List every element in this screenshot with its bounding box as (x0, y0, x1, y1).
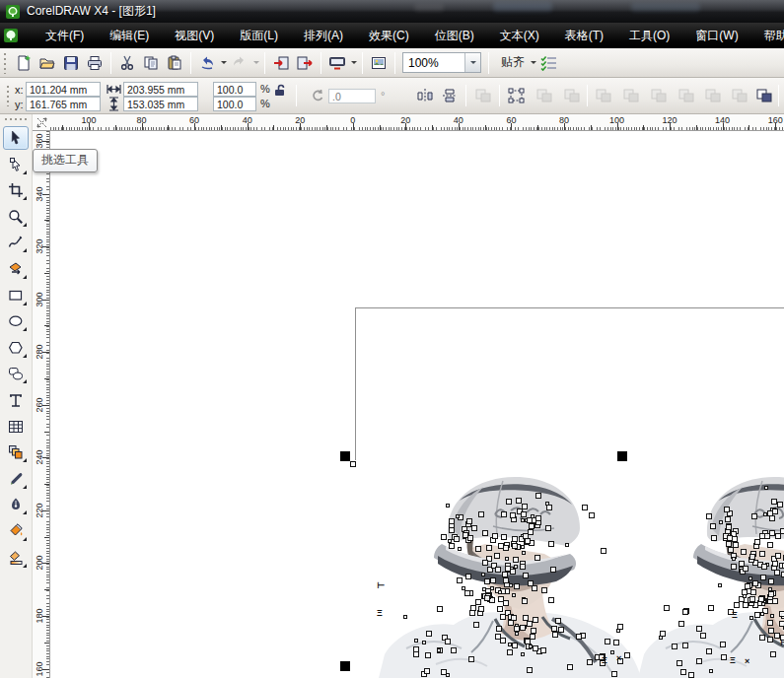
curve-node-marker[interactable] (759, 533, 765, 539)
curve-node-marker[interactable] (555, 618, 561, 624)
zoom-tool[interactable] (3, 205, 29, 229)
curve-node-marker[interactable] (484, 595, 490, 601)
curve-node-marker[interactable] (664, 605, 670, 611)
curve-node-marker[interactable] (576, 634, 582, 640)
curve-node-marker[interactable] (550, 567, 556, 573)
crop-tool[interactable] (3, 178, 29, 202)
curve-node-marker[interactable] (531, 628, 536, 634)
curve-node-marker[interactable] (731, 564, 737, 570)
curve-node-marker[interactable] (706, 648, 712, 654)
curve-node-marker[interactable] (770, 651, 776, 657)
interactive-fill-tool[interactable] (3, 546, 29, 570)
cut-button[interactable] (115, 51, 139, 75)
curve-node-marker[interactable] (527, 517, 533, 523)
curve-node-marker[interactable] (721, 654, 727, 660)
curve-node-marker[interactable] (743, 594, 747, 598)
polygon-tool[interactable] (3, 336, 29, 360)
curve-node-marker[interactable] (446, 673, 450, 677)
curve-node-marker[interactable] (512, 643, 518, 648)
curve-node-marker[interactable] (490, 577, 496, 583)
curve-node-marker[interactable] (754, 539, 760, 545)
object-width-field[interactable] (123, 82, 198, 97)
menu-item-12[interactable]: 帮助(H) (751, 24, 784, 48)
curve-node-marker[interactable] (725, 516, 731, 522)
menu-item-6[interactable]: 效果(C) (356, 24, 422, 48)
curve-node-marker[interactable] (506, 499, 512, 505)
welcome-screen-button[interactable] (367, 51, 391, 75)
curve-node-marker[interactable] (473, 622, 479, 628)
snap-to-dropdown-icon[interactable] (529, 51, 537, 75)
curve-node-marker[interactable] (742, 589, 748, 595)
curve-node-marker[interactable] (711, 535, 717, 541)
smart-fill-tool[interactable] (3, 257, 29, 281)
print-button[interactable] (83, 51, 107, 75)
ellipse-tool[interactable] (3, 309, 29, 333)
curve-node-marker[interactable] (482, 530, 488, 536)
curve-node-marker[interactable] (521, 511, 527, 517)
curve-node-marker[interactable] (613, 640, 619, 645)
select-all-nodes-button[interactable] (506, 85, 528, 106)
curve-node-marker[interactable] (503, 545, 509, 551)
curve-node-marker[interactable] (535, 493, 541, 499)
curve-node-marker[interactable] (759, 635, 765, 641)
curve-node-marker[interactable] (522, 598, 528, 604)
curve-node-marker[interactable] (525, 538, 531, 544)
curve-node-marker[interactable] (775, 533, 781, 539)
object-height-field[interactable] (123, 97, 198, 111)
curve-node-marker[interactable] (558, 627, 564, 633)
curve-node-marker[interactable] (582, 505, 588, 510)
curve-node-marker[interactable] (708, 605, 714, 611)
curve-node-marker[interactable] (475, 546, 481, 552)
curve-node-marker[interactable] (500, 614, 506, 620)
curve-node-marker[interactable] (502, 572, 508, 577)
curve-node-marker[interactable] (763, 512, 767, 516)
curve-node-marker[interactable] (709, 669, 713, 673)
curve-node-marker[interactable] (522, 504, 528, 509)
curve-node-marker[interactable] (589, 512, 595, 518)
curve-node-marker[interactable] (761, 602, 765, 606)
curve-node-marker[interactable] (494, 553, 500, 559)
curve-node-marker[interactable] (523, 615, 529, 621)
curve-node-marker[interactable] (659, 636, 663, 640)
curve-node-marker[interactable] (496, 626, 502, 632)
curve-node-marker[interactable] (458, 547, 462, 551)
curve-node-marker[interactable] (492, 533, 498, 539)
curve-node-marker[interactable] (449, 543, 455, 549)
menu-item-3[interactable]: 视图(V) (162, 24, 227, 48)
curve-node-marker[interactable] (471, 525, 477, 531)
traced-figure[interactable]: ΞΞ×⊢ (636, 471, 784, 678)
curve-node-marker[interactable] (527, 667, 533, 673)
curve-node-marker[interactable] (530, 634, 535, 640)
curve-node-marker[interactable] (749, 554, 755, 560)
curve-node-marker[interactable] (515, 632, 519, 636)
curve-node-marker[interactable] (760, 612, 764, 616)
curve-node-marker[interactable] (475, 599, 481, 605)
curve-node-marker[interactable] (403, 615, 407, 619)
curve-node-marker[interactable] (548, 597, 554, 603)
curve-node-marker[interactable] (498, 590, 502, 594)
curve-node-marker[interactable] (710, 523, 716, 529)
menu-item-8[interactable]: 文本(X) (487, 24, 552, 48)
curve-node-marker[interactable] (565, 543, 569, 547)
curve-node-marker[interactable] (425, 652, 431, 658)
shape-tool[interactable] (3, 153, 29, 176)
curve-node-marker[interactable] (456, 514, 460, 518)
curve-node-marker[interactable] (706, 513, 712, 519)
curve-node-marker[interactable] (503, 577, 509, 583)
curve-node-marker[interactable] (771, 499, 777, 505)
curve-node-marker[interactable] (732, 557, 736, 561)
curve-node-marker[interactable] (540, 647, 546, 653)
curve-node-marker[interactable] (533, 617, 538, 623)
curve-node-marker[interactable] (511, 615, 517, 621)
curve-node-marker[interactable] (719, 520, 723, 524)
curve-node-marker[interactable] (484, 578, 490, 584)
menu-item-2[interactable]: 编辑(E) (97, 24, 162, 48)
curve-node-marker[interactable] (437, 606, 443, 612)
new-document-button[interactable] (12, 51, 36, 75)
curve-node-marker[interactable] (426, 631, 432, 637)
curve-node-marker[interactable] (749, 616, 753, 620)
curve-node-marker[interactable] (732, 536, 738, 542)
scale-horizontal-field[interactable] (213, 82, 256, 97)
curve-node-marker[interactable] (727, 535, 733, 541)
application-launcher-dropdown-icon[interactable] (349, 51, 358, 75)
